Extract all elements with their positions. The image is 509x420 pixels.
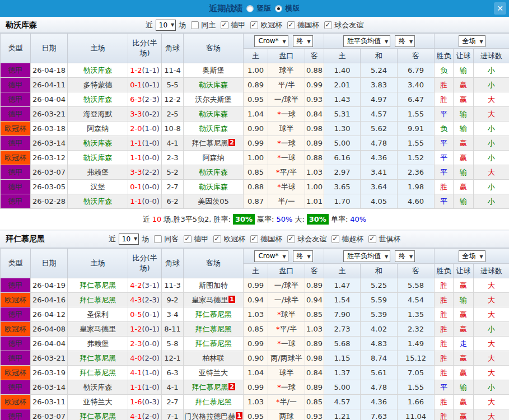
home-team-name[interactable]: 阿森纳 [87, 124, 109, 133]
away-team-name[interactable]: 勒沃库森 [199, 110, 228, 118]
away-team-name[interactable]: 柏林联 [203, 354, 225, 362]
away-team-name[interactable]: 沃尔夫斯堡 [195, 95, 232, 104]
mean-stage-select[interactable]: 终 [395, 35, 415, 47]
away-team-name[interactable]: 勒沃库森 [199, 124, 228, 133]
league-filter-checkbox[interactable] [213, 235, 221, 243]
col-header-score: 比分(半场) [128, 34, 162, 63]
score-cell: 1-2(1-1) [128, 63, 162, 78]
handicap-line: *一球 [268, 136, 305, 151]
league-filter-checkbox[interactable] [331, 235, 339, 243]
home-team-name[interactable]: 海登海默 [83, 110, 113, 118]
home-team-name[interactable]: 拜仁慕尼黑 [80, 296, 116, 304]
odds-home: 0.99 [244, 337, 268, 351]
scope-select[interactable]: 全场 [459, 35, 485, 47]
away-team-name[interactable]: 皇家马德里 [192, 296, 228, 304]
home-team-name[interactable]: 拜仁慕尼黑 [80, 368, 116, 377]
mean-home: 1.70 [324, 194, 361, 209]
away-team-name[interactable]: 美因茨05 [198, 197, 229, 206]
home-team-name[interactable]: 勒沃库森 [83, 383, 113, 391]
home-team-name[interactable]: 勒沃库森 [83, 66, 113, 74]
score-fulltime: 0-5 [130, 310, 142, 319]
score-halftime: (0-0) [142, 339, 159, 348]
same-venue-checkbox[interactable] [154, 235, 162, 243]
away-team-cell: 斯图加特 [184, 278, 244, 293]
recent-count-select[interactable]: 10 [156, 20, 176, 31]
home-team-name[interactable]: 勒沃库森 [83, 139, 113, 147]
layout-radio-horizontal-label[interactable]: 横版 [286, 3, 300, 13]
home-team-name[interactable]: 弗赖堡 [87, 339, 109, 348]
away-team-name[interactable]: 拜仁慕尼黑 [195, 310, 232, 319]
away-team-name[interactable]: 奥斯堡 [203, 66, 225, 74]
odds-stage-select[interactable]: 终 [293, 35, 313, 47]
league-filter-checkbox[interactable] [250, 235, 258, 243]
league-filter-checkbox[interactable] [250, 21, 258, 29]
home-team-name[interactable]: 弗赖堡 [87, 168, 109, 176]
mean-draw: 5.25 [361, 278, 398, 293]
away-team-name[interactable]: 拜仁慕尼黑 [195, 398, 232, 406]
home-team-name[interactable]: 皇家马德里 [80, 325, 116, 333]
home-team-name[interactable]: 勒沃库森 [83, 197, 113, 206]
league-filter-checkbox[interactable] [368, 235, 376, 243]
odds-company-select[interactable]: Crow* [254, 35, 288, 47]
away-team-name[interactable]: 斯图加特 [199, 281, 228, 290]
close-button[interactable]: ✕ [494, 2, 506, 15]
home-team-name[interactable]: 勒沃库森 [83, 153, 113, 162]
result-outcome: 胜 [435, 307, 454, 322]
away-team-name[interactable]: 亚特兰大 [199, 368, 228, 377]
odds-stage-select[interactable]: 终 [293, 250, 313, 262]
league-filter-checkbox[interactable] [184, 235, 192, 243]
away-team-name[interactable]: 阿森纳 [203, 153, 225, 162]
home-team-cell: 勒沃库森 [68, 380, 128, 395]
home-team-name[interactable]: 勒沃库森 [83, 95, 113, 104]
league-filter-checkbox[interactable] [287, 21, 295, 29]
handicap-line: 球半 [268, 366, 305, 380]
handicap-text: 平/半 [280, 168, 297, 176]
scope-select[interactable]: 全场 [459, 250, 485, 262]
layout-radio-vertical[interactable] [246, 5, 254, 12]
mean-type-select[interactable]: 胜平负均值 [343, 250, 390, 262]
handicap-text: 半/一 [278, 197, 295, 206]
recent-count-select[interactable]: 10 [119, 234, 139, 245]
away-team-name[interactable]: 拜仁慕尼黑 [195, 325, 232, 333]
mean-stage-select[interactable]: 终 [395, 250, 415, 262]
home-team-name[interactable]: 拜仁慕尼黑 [80, 281, 116, 290]
score-halftime: (1-0) [142, 383, 159, 391]
match-date: 26-03-14 [31, 136, 68, 151]
home-team-name[interactable]: 拜仁慕尼黑 [80, 412, 116, 420]
mean-home: 2.73 [324, 322, 361, 337]
score-cell: 4-3(2-3) [128, 293, 162, 307]
away-team-name[interactable]: 勒沃库森 [199, 168, 228, 176]
away-team-name[interactable]: 勒沃库森 [199, 183, 228, 191]
layout-radio-vertical-label[interactable]: 竖版 [257, 3, 272, 13]
away-team-name[interactable]: 拜仁慕尼黑 [195, 339, 232, 348]
home-team-name[interactable]: 多特蒙德 [83, 81, 113, 89]
away-team-name[interactable]: 勒沃库森 [199, 81, 228, 89]
team-count-badge: 2 [228, 139, 235, 146]
league-type-badge: 德甲 [1, 165, 31, 180]
score-halftime: (2-0) [142, 354, 159, 362]
score-fulltime: 4-1 [130, 412, 142, 420]
score-fulltime: 6-3 [130, 95, 142, 104]
result-outcome: 平 [435, 136, 454, 151]
section-header: 勒沃库森近10场同主德甲欧冠杯德国杯球会友谊 [0, 17, 509, 33]
league-type-badge: 德甲 [1, 107, 31, 122]
home-team-name[interactable]: 亚特兰大 [83, 398, 113, 406]
away-team-name[interactable]: 门兴格拉德巴赫 [184, 412, 235, 420]
result-handicap: 赢 [454, 322, 474, 337]
subcol-header: 和 [361, 49, 398, 63]
league-filter-checkbox[interactable] [287, 235, 295, 243]
home-team-name[interactable]: 圣保利 [87, 310, 109, 319]
home-team-name[interactable]: 汉堡 [91, 183, 105, 191]
league-filter-checkbox[interactable] [324, 21, 332, 29]
score-fulltime: 1-2 [130, 66, 142, 74]
mean-type-select[interactable]: 胜平负均值 [343, 35, 390, 47]
away-team-name[interactable]: 拜仁慕尼黑 [192, 139, 228, 147]
home-team-name[interactable]: 拜仁慕尼黑 [80, 354, 116, 362]
league-filter-checkbox[interactable] [221, 21, 228, 29]
corner-count: 4-1 [162, 380, 184, 395]
score-cell: 1-2(0-1) [128, 322, 162, 337]
same-venue-checkbox[interactable] [191, 21, 199, 29]
layout-radio-horizontal[interactable] [275, 5, 282, 12]
odds-company-select[interactable]: Crow* [254, 250, 288, 262]
away-team-name[interactable]: 拜仁慕尼黑 [192, 383, 228, 391]
